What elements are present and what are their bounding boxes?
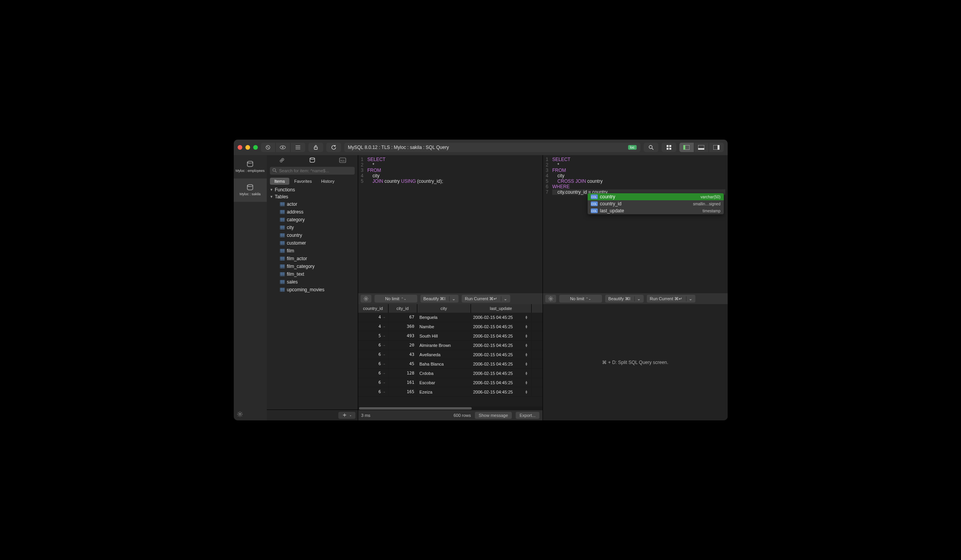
beautify-button[interactable]: Beautify ⌘I⌄	[420, 295, 459, 303]
export-button[interactable]: Export...	[516, 412, 539, 419]
minimize-window[interactable]	[245, 145, 250, 150]
run-button[interactable]: Run Current ⌘↵⌄	[647, 295, 695, 303]
grid-button[interactable]	[662, 143, 676, 152]
rows-button[interactable]	[291, 143, 305, 152]
table-film_text[interactable]: film_text	[267, 270, 358, 278]
layout-left[interactable]	[679, 143, 694, 152]
table-row[interactable]: 4→360Namibe2006-02-15 04:45:25▲▼	[358, 322, 543, 331]
fk-arrow-icon: →	[382, 353, 386, 357]
table-row[interactable]: 5→493South Hill2006-02-15 04:45:25▲▼	[358, 331, 543, 341]
add-button[interactable]: ＋⌄	[338, 412, 355, 419]
connection-employees[interactable]: Myloc : employees	[234, 155, 267, 178]
svg-rect-11	[669, 145, 671, 147]
right-toolbar	[644, 143, 724, 152]
table-icon	[280, 210, 285, 214]
table-row[interactable]: 6→45Baha Blanca2006-02-15 04:45:25▲▼	[358, 359, 543, 369]
th-country-id[interactable]: country_id	[358, 304, 389, 313]
svg-line-27	[275, 171, 277, 172]
show-message-button[interactable]: Show message	[475, 412, 512, 419]
app-window: MySQL 8.0.12 : TLS : Myloc : sakila : SQ…	[234, 140, 728, 420]
breadcrumb[interactable]: MySQL 8.0.12 : TLS : Myloc : sakila : SQ…	[344, 143, 641, 152]
table-customer[interactable]: customer	[267, 239, 358, 247]
search-icon	[272, 168, 277, 173]
autocomplete-country[interactable]: COLcountryvarchar(50)	[588, 193, 724, 200]
query-settings[interactable]	[545, 295, 556, 303]
svg-rect-58	[280, 249, 285, 253]
table-film_actor[interactable]: film_actor	[267, 255, 358, 262]
svg-rect-83	[280, 288, 285, 292]
table-row[interactable]: 6→161Escobar2006-02-15 04:45:25▲▼	[358, 378, 543, 387]
th-last-update[interactable]: last_update	[471, 304, 532, 313]
seg-history[interactable]: History	[317, 178, 339, 185]
layout-right[interactable]	[709, 143, 724, 152]
table-country[interactable]: country	[267, 231, 358, 239]
table-row[interactable]: 6→128Crdoba2006-02-15 04:45:25▲▼	[358, 369, 543, 378]
refresh-button[interactable]	[326, 143, 341, 152]
limit-select[interactable]: No limit⌃⌄	[375, 295, 417, 303]
fk-arrow-icon: →	[382, 325, 386, 329]
tab-connection[interactable]	[274, 156, 290, 164]
stepper-icon[interactable]: ▲▼	[524, 362, 529, 366]
stepper-icon[interactable]: ▲▼	[524, 371, 529, 375]
seg-items[interactable]: Items	[270, 178, 290, 185]
stepper-icon[interactable]: ▲▼	[524, 343, 529, 347]
code-area[interactable]: SELECT *FROM city CROSS JOIN countryWHER…	[550, 155, 728, 293]
tree-functions[interactable]: ▼Functions	[267, 186, 358, 193]
run-button[interactable]: Run Current ⌘↵⌄	[462, 295, 510, 303]
table-address[interactable]: address	[267, 208, 358, 216]
th-city-id[interactable]: city_id	[389, 304, 417, 313]
table-row[interactable]: 6→43Avellaneda2006-02-15 04:45:25▲▼	[358, 350, 543, 359]
autocomplete-country_id[interactable]: COLcountry_idsmallin…signed	[588, 200, 724, 207]
window-controls	[238, 145, 258, 150]
stepper-icon[interactable]: ▲▼	[524, 334, 529, 338]
table-film_category[interactable]: film_category	[267, 262, 358, 270]
table-row[interactable]: 4→67Benguela2006-02-15 04:45:25▲▼	[358, 313, 543, 322]
tree-tables[interactable]: ▼Tables	[267, 193, 358, 200]
stepper-icon[interactable]: ▲▼	[524, 315, 529, 319]
connection-label: Myloc : sakila	[240, 192, 261, 196]
h-scrollbar[interactable]	[358, 406, 543, 410]
table-row[interactable]: 6→20Almirante Brown2006-02-15 04:45:25▲▼	[358, 341, 543, 350]
connection-sakila[interactable]: Myloc : sakila	[234, 178, 267, 202]
seg-favorites[interactable]: Favorites	[289, 178, 316, 185]
scroll-thumb[interactable]	[359, 407, 472, 410]
tab-database[interactable]	[305, 156, 320, 164]
stepper-icon[interactable]: ▲▼	[524, 381, 529, 385]
table-icon	[280, 264, 285, 268]
settings-button[interactable]	[234, 408, 267, 420]
lock-button[interactable]	[308, 143, 323, 152]
stepper-icon[interactable]: ▲▼	[524, 390, 529, 394]
titlebar: MySQL 8.0.12 : TLS : Myloc : sakila : SQ…	[234, 140, 728, 155]
sidebar: SQL Items Favorites History ▼Functions ▼…	[267, 155, 358, 420]
sql-editor-right[interactable]: 1234567 SELECT *FROM city CROSS JOIN cou…	[543, 155, 728, 293]
close-window[interactable]	[238, 145, 242, 150]
table-category[interactable]: category	[267, 216, 358, 224]
search-button[interactable]	[644, 143, 658, 152]
tab-sql[interactable]: SQL	[335, 156, 350, 164]
code-area[interactable]: SELECT *FROM city JOIN country USING (co…	[365, 155, 543, 293]
preview-button[interactable]	[276, 143, 291, 152]
search-input[interactable]	[270, 167, 355, 175]
th-city[interactable]: city	[417, 304, 471, 313]
autocomplete-last_update[interactable]: COLlast_updatetimestamp	[588, 207, 724, 214]
query-settings[interactable]	[361, 295, 371, 303]
table-actor[interactable]: actor	[267, 200, 358, 208]
limit-select[interactable]: No limit⌃⌄	[559, 295, 602, 303]
fk-arrow-icon: →	[382, 381, 386, 385]
table-film[interactable]: film	[267, 247, 358, 255]
zoom-window[interactable]	[253, 145, 258, 150]
stepper-icon[interactable]: ▲▼	[524, 353, 529, 357]
stepper-icon[interactable]: ▲▼	[524, 325, 529, 329]
table-row[interactable]: 6→165Ezeiza2006-02-15 04:45:25▲▼	[358, 387, 543, 397]
svg-point-89	[550, 298, 551, 299]
stop-button[interactable]	[261, 143, 276, 152]
table-body[interactable]: 4→67Benguela2006-02-15 04:45:25▲▼4→360Na…	[358, 313, 543, 406]
svg-rect-78	[280, 280, 285, 284]
svg-point-20	[247, 161, 253, 163]
sql-editor-left[interactable]: 12345 SELECT *FROM city JOIN country USI…	[358, 155, 543, 293]
table-sales[interactable]: sales	[267, 278, 358, 286]
beautify-button[interactable]: Beautify ⌘I⌄	[605, 295, 644, 303]
table-city[interactable]: city	[267, 224, 358, 231]
layout-bottom[interactable]	[694, 143, 709, 152]
table-upcoming_movies[interactable]: upcoming_movies	[267, 286, 358, 294]
